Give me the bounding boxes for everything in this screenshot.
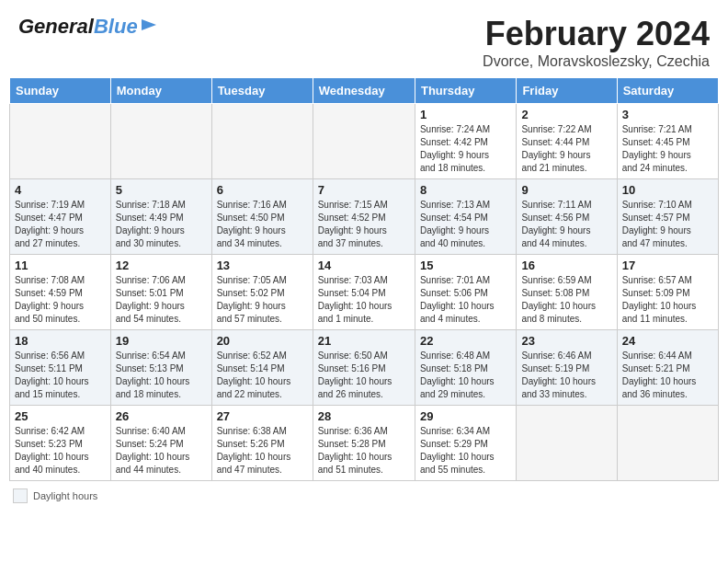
weekday-header-monday: Monday [110,78,211,104]
day-number: 17 [622,259,713,272]
calendar-cell: 6Sunrise: 7:16 AM Sunset: 4:50 PM Daylig… [211,179,313,255]
day-info: Sunrise: 6:48 AM Sunset: 5:18 PM Dayligh… [420,350,511,401]
month-title: February 2024 [483,15,710,53]
calendar-cell: 11Sunrise: 7:08 AM Sunset: 4:59 PM Dayli… [10,255,111,330]
calendar-cell: 27Sunrise: 6:38 AM Sunset: 5:26 PM Dayli… [211,406,313,481]
calendar-cell [10,104,111,179]
calendar-cell: 29Sunrise: 6:34 AM Sunset: 5:29 PM Dayli… [415,406,516,481]
day-info: Sunrise: 7:06 AM Sunset: 5:01 PM Dayligh… [116,274,207,326]
calendar-cell: 16Sunrise: 6:59 AM Sunset: 5:08 PM Dayli… [517,255,617,330]
day-info: Sunrise: 7:08 AM Sunset: 4:59 PM Dayligh… [15,274,106,326]
calendar-cell: 13Sunrise: 7:05 AM Sunset: 5:02 PM Dayli… [211,255,313,330]
day-number: 18 [15,334,106,348]
weekday-header-row: SundayMondayTuesdayWednesdayThursdayFrid… [10,78,719,104]
week-row-2: 4Sunrise: 7:19 AM Sunset: 4:47 PM Daylig… [10,179,719,255]
day-number: 10 [622,183,713,197]
day-number: 24 [622,334,713,348]
header: General Blue February 2024 Dvorce, Morav… [0,0,728,77]
day-number: 26 [116,409,207,423]
day-info: Sunrise: 6:44 AM Sunset: 5:21 PM Dayligh… [622,350,713,401]
calendar-cell: 22Sunrise: 6:48 AM Sunset: 5:18 PM Dayli… [415,330,516,406]
calendar-cell [517,406,617,481]
day-info: Sunrise: 6:59 AM Sunset: 5:08 PM Dayligh… [521,274,611,326]
day-number: 1 [420,108,511,121]
weekday-header-friday: Friday [517,78,617,104]
day-info: Sunrise: 6:38 AM Sunset: 5:26 PM Dayligh… [217,425,308,477]
day-number: 12 [116,259,207,272]
day-info: Sunrise: 7:01 AM Sunset: 5:06 PM Dayligh… [420,274,511,326]
day-number: 11 [15,259,106,272]
day-info: Sunrise: 6:57 AM Sunset: 5:09 PM Dayligh… [622,274,713,326]
calendar-cell: 10Sunrise: 7:10 AM Sunset: 4:57 PM Dayli… [617,179,718,255]
day-info: Sunrise: 7:22 AM Sunset: 4:44 PM Dayligh… [521,123,611,175]
calendar-cell: 7Sunrise: 7:15 AM Sunset: 4:52 PM Daylig… [313,179,415,255]
day-number: 25 [15,409,106,423]
calendar-cell: 19Sunrise: 6:54 AM Sunset: 5:13 PM Dayli… [110,330,211,406]
logo: General Blue [18,15,158,39]
calendar-cell: 21Sunrise: 6:50 AM Sunset: 5:16 PM Dayli… [313,330,415,406]
day-number: 23 [521,334,611,348]
weekday-header-sunday: Sunday [10,78,111,104]
day-number: 13 [217,259,308,272]
day-info: Sunrise: 6:56 AM Sunset: 5:11 PM Dayligh… [15,350,106,401]
title-block: February 2024 Dvorce, Moravskoslezsky, C… [483,15,710,70]
day-info: Sunrise: 7:13 AM Sunset: 4:54 PM Dayligh… [420,199,511,250]
day-info: Sunrise: 7:05 AM Sunset: 5:02 PM Dayligh… [217,274,308,326]
footer: Daylight hours [0,481,728,511]
day-number: 8 [420,183,511,197]
day-info: Sunrise: 7:10 AM Sunset: 4:57 PM Dayligh… [622,199,713,250]
calendar: SundayMondayTuesdayWednesdayThursdayFrid… [9,77,719,481]
svg-marker-0 [142,19,156,30]
calendar-cell [313,104,415,179]
day-number: 21 [318,334,410,348]
calendar-cell: 20Sunrise: 6:52 AM Sunset: 5:14 PM Dayli… [211,330,313,406]
day-info: Sunrise: 6:34 AM Sunset: 5:29 PM Dayligh… [420,425,511,477]
day-info: Sunrise: 6:52 AM Sunset: 5:14 PM Dayligh… [217,350,308,401]
day-info: Sunrise: 7:18 AM Sunset: 4:49 PM Dayligh… [116,199,207,250]
calendar-cell [110,104,211,179]
day-info: Sunrise: 7:15 AM Sunset: 4:52 PM Dayligh… [318,199,410,250]
calendar-cell [211,104,313,179]
day-info: Sunrise: 7:03 AM Sunset: 5:04 PM Dayligh… [318,274,410,326]
calendar-cell: 23Sunrise: 6:46 AM Sunset: 5:19 PM Dayli… [517,330,617,406]
calendar-cell: 26Sunrise: 6:40 AM Sunset: 5:24 PM Dayli… [110,406,211,481]
week-row-4: 18Sunrise: 6:56 AM Sunset: 5:11 PM Dayli… [10,330,719,406]
day-info: Sunrise: 6:42 AM Sunset: 5:23 PM Dayligh… [15,425,106,477]
day-info: Sunrise: 7:16 AM Sunset: 4:50 PM Dayligh… [217,199,308,250]
day-info: Sunrise: 7:11 AM Sunset: 4:56 PM Dayligh… [521,199,611,250]
calendar-cell: 9Sunrise: 7:11 AM Sunset: 4:56 PM Daylig… [517,179,617,255]
location: Dvorce, Moravskoslezsky, Czechia [483,53,710,70]
day-info: Sunrise: 6:36 AM Sunset: 5:28 PM Dayligh… [318,425,410,477]
daylight-label: Daylight hours [33,490,97,501]
calendar-cell: 5Sunrise: 7:18 AM Sunset: 4:49 PM Daylig… [110,179,211,255]
daylight-box [13,488,28,503]
day-info: Sunrise: 6:40 AM Sunset: 5:24 PM Dayligh… [116,425,207,477]
weekday-header-saturday: Saturday [617,78,718,104]
day-number: 22 [420,334,511,348]
calendar-cell: 25Sunrise: 6:42 AM Sunset: 5:23 PM Dayli… [10,406,111,481]
logo-general: General [18,15,94,39]
week-row-5: 25Sunrise: 6:42 AM Sunset: 5:23 PM Dayli… [10,406,719,481]
day-info: Sunrise: 6:50 AM Sunset: 5:16 PM Dayligh… [318,350,410,401]
day-info: Sunrise: 6:46 AM Sunset: 5:19 PM Dayligh… [521,350,611,401]
calendar-cell: 17Sunrise: 6:57 AM Sunset: 5:09 PM Dayli… [617,255,718,330]
calendar-cell: 24Sunrise: 6:44 AM Sunset: 5:21 PM Dayli… [617,330,718,406]
day-number: 6 [217,183,308,197]
calendar-cell: 12Sunrise: 7:06 AM Sunset: 5:01 PM Dayli… [110,255,211,330]
calendar-cell: 15Sunrise: 7:01 AM Sunset: 5:06 PM Dayli… [415,255,516,330]
weekday-header-thursday: Thursday [415,78,516,104]
day-number: 29 [420,409,511,423]
calendar-cell: 1Sunrise: 7:24 AM Sunset: 4:42 PM Daylig… [415,104,516,179]
calendar-cell: 3Sunrise: 7:21 AM Sunset: 4:45 PM Daylig… [617,104,718,179]
day-number: 14 [318,259,410,272]
week-row-3: 11Sunrise: 7:08 AM Sunset: 4:59 PM Dayli… [10,255,719,330]
calendar-cell: 14Sunrise: 7:03 AM Sunset: 5:04 PM Dayli… [313,255,415,330]
day-number: 27 [217,409,308,423]
calendar-cell: 28Sunrise: 6:36 AM Sunset: 5:28 PM Dayli… [313,406,415,481]
day-number: 28 [318,409,410,423]
calendar-cell: 18Sunrise: 6:56 AM Sunset: 5:11 PM Dayli… [10,330,111,406]
day-number: 4 [15,183,106,197]
logo-arrow-icon [140,16,158,34]
day-number: 7 [318,183,410,197]
day-number: 9 [521,183,611,197]
